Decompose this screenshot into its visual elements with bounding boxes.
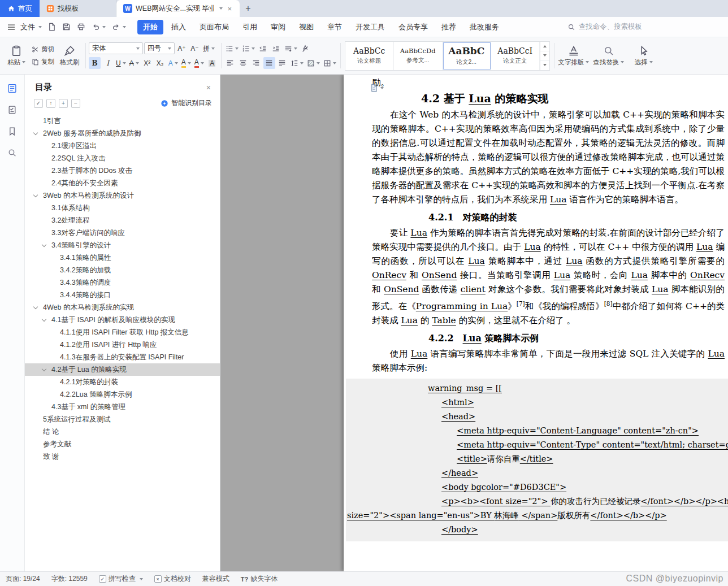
chevron-down-icon[interactable] [42, 242, 46, 247]
character-shading-button[interactable]: A [206, 57, 218, 69]
word-count[interactable]: 字数: 12559 [51, 574, 88, 584]
style-card-论文标题[interactable]: AaBbCc论文标题 [345, 42, 394, 70]
toc-item[interactable]: 4.1.2使用 ISAPI 进行 Http 响应 [25, 338, 220, 351]
menu-tab-引用[interactable]: 引用 [237, 20, 263, 34]
bullet-list-button[interactable] [224, 42, 240, 54]
toc-item[interactable]: 3.3对客户端访问的响应 [25, 227, 220, 239]
new-tab-button[interactable]: + [240, 0, 257, 17]
text-layout-button[interactable]: 文字排版 [557, 45, 590, 67]
missing-font-button[interactable]: T? 缺失字体 [241, 574, 278, 584]
format-painter-button[interactable]: 格式刷 [57, 45, 83, 67]
tab-close-icon[interactable]: × [226, 5, 233, 13]
hamburger-menu-icon[interactable] [7, 23, 16, 32]
tasks-panel-button[interactable] [7, 105, 17, 115]
document-tab[interactable]: W WEB网站安全...实现 毕业论文 × [116, 0, 240, 17]
home-tab[interactable]: 首页 [0, 0, 40, 17]
cut-button[interactable]: 剪切 [32, 45, 54, 54]
toc-item[interactable]: 4.2基于 Lua 的策略实现 [25, 363, 220, 376]
decrease-indent-button[interactable] [257, 42, 269, 54]
print-button[interactable] [77, 23, 85, 31]
menu-tab-视图[interactable]: 视图 [293, 20, 319, 34]
page-bookmark-icon[interactable] [370, 84, 384, 92]
underline-button[interactable]: U [115, 57, 127, 69]
document-canvas[interactable]: 励。4.2 基于 Lua 的策略实现在这个 Web 的木马检测系统的设计中，策略… [220, 75, 728, 571]
line-spacing-button[interactable] [289, 57, 305, 69]
find-replace-button[interactable]: 查找替换 [592, 45, 625, 67]
font-family-select[interactable]: 宋体 [89, 42, 143, 54]
toc-item[interactable]: 4.1.3在服务器上的安装配置 ISAPI Filter [25, 351, 220, 363]
style-card-论文正文[interactable]: AaBbCcI论文正文 [491, 42, 540, 70]
distribute-button[interactable] [276, 57, 288, 69]
menu-tab-开发工具[interactable]: 开发工具 [350, 20, 391, 34]
undo-button[interactable] [92, 23, 106, 31]
save-button[interactable] [62, 23, 71, 31]
paste-button[interactable]: 粘贴 [3, 45, 29, 67]
toc-item[interactable]: 4.1.1使用 ISAPI Filter 获取 Http 报文信息 [25, 326, 220, 338]
styles-more-button[interactable] [540, 61, 549, 70]
menu-tab-会员专享[interactable]: 会员专享 [393, 20, 434, 34]
toc-item[interactable]: 4.2.2Lua 策略脚本示例 [25, 388, 220, 401]
style-card-论文2...[interactable]: AaBbC论文2... [443, 42, 491, 70]
toc-item[interactable]: 致 谢 [25, 450, 220, 463]
toc-item[interactable]: 2Web 服务器所受的威胁及防御 [25, 127, 220, 140]
decrease-font-size-button[interactable]: A⁻ [189, 42, 201, 54]
toc-item[interactable]: 4.3基于 xml 的策略管理 [25, 401, 220, 413]
toc-item[interactable]: 2.4其他的不安全因素 [25, 177, 220, 189]
toc-item[interactable]: 4.1基于 ISAPI 的解析及响应模块的实现 [25, 314, 220, 326]
styles-scroll-down-button[interactable] [540, 51, 549, 61]
command-search[interactable]: 查找命令、搜索模板 [567, 22, 643, 32]
bold-button[interactable]: B [89, 57, 101, 69]
toc-item[interactable]: 1引言 [25, 115, 220, 127]
toc-item[interactable]: 参考文献 [25, 438, 220, 450]
chevron-down-icon[interactable] [33, 193, 38, 197]
toc-item[interactable]: 2.1缓冲区溢出 [25, 140, 220, 152]
menu-tab-插入[interactable]: 插入 [166, 20, 192, 34]
toc-panel-button[interactable] [7, 84, 17, 93]
menu-tab-审阅[interactable]: 审阅 [265, 20, 291, 34]
toc-item[interactable]: 3.4.4策略的接口 [25, 289, 220, 301]
tab-menu-caret-icon[interactable] [219, 7, 223, 10]
chevron-down-icon[interactable] [42, 367, 46, 371]
align-left-button[interactable] [224, 57, 236, 69]
copy-button[interactable]: 复制 [32, 58, 54, 66]
superscript-button[interactable]: X² [141, 57, 153, 69]
align-center-button[interactable] [237, 57, 249, 69]
document-proofread-button[interactable]: × 文档校对 [154, 574, 191, 584]
document-page[interactable]: 励。4.2 基于 Lua 的策略实现在这个 Web 的木马检测系统的设计中，策略… [344, 75, 728, 571]
font-color-button[interactable]: A [193, 57, 205, 69]
italic-button[interactable]: I [102, 57, 114, 69]
toc-expand-all-button[interactable]: + [59, 99, 68, 108]
text-direction-button[interactable] [283, 42, 298, 54]
toc-select-button[interactable]: ✓ [34, 99, 43, 108]
toc-item[interactable]: 4.2.1对策略的封装 [25, 376, 220, 388]
menu-tab-开始[interactable]: 开始 [137, 20, 163, 34]
increase-indent-button[interactable] [270, 42, 282, 54]
toc-close-icon[interactable]: × [206, 83, 211, 92]
page-indicator[interactable]: 页面: 19/24 [6, 574, 40, 584]
select-button[interactable]: 选择 [627, 45, 660, 67]
toc-item[interactable]: 3.1体系结构 [25, 202, 220, 214]
text-effects-button[interactable]: A [167, 57, 179, 69]
new-file-button[interactable] [47, 23, 56, 31]
menu-tab-推荐[interactable]: 推荐 [436, 20, 462, 34]
strikethrough-button[interactable]: A [128, 57, 140, 69]
menu-tab-页面布局[interactable]: 页面布局 [194, 20, 235, 34]
redo-button[interactable] [112, 23, 126, 31]
bookmarks-panel-button[interactable] [7, 127, 17, 136]
font-size-select[interactable]: 四号 [144, 42, 175, 54]
pinyin-guide-button[interactable]: 拼 [202, 42, 216, 54]
increase-font-size-button[interactable]: A⁺ [176, 42, 188, 54]
file-menu-button[interactable]: 文件 [20, 22, 42, 32]
chevron-down-icon[interactable] [33, 131, 38, 135]
chevron-down-icon[interactable] [33, 305, 38, 309]
number-list-button[interactable] [241, 42, 256, 54]
toc-item[interactable]: 2.3基于脚本的 DDos 攻击 [25, 164, 220, 177]
menu-tab-批改服务[interactable]: 批改服务 [464, 20, 505, 34]
template-tab[interactable]: 找模板 [40, 0, 116, 17]
toc-collapse-all-button[interactable]: − [71, 99, 80, 108]
align-right-button[interactable] [250, 57, 262, 69]
toc-item[interactable]: 3Web 的木马检测系统的设计 [25, 189, 220, 202]
style-card-参考文...[interactable]: AaBbCcDd参考文... [394, 42, 443, 70]
justify-button[interactable] [263, 57, 275, 69]
toc-item[interactable]: 5系统运行过程及测试 [25, 413, 220, 426]
